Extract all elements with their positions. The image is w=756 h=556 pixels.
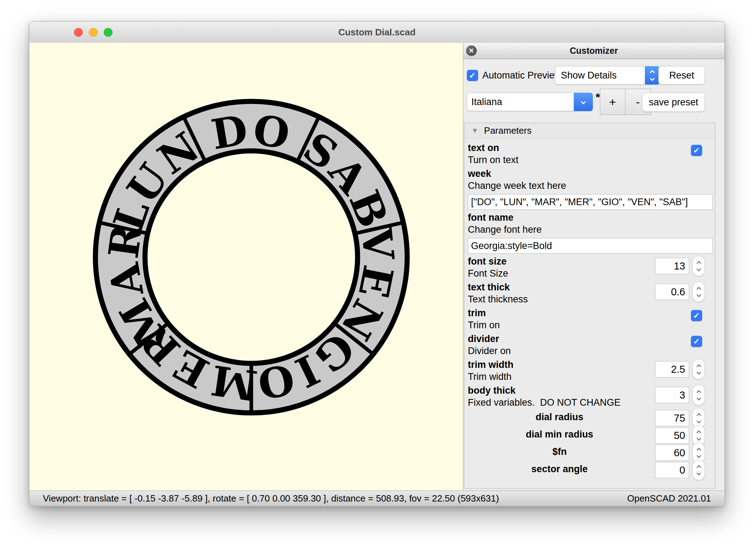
- openscad-window: Custom Dial.scad: [29, 21, 725, 506]
- spinner-up-icon: [697, 465, 701, 470]
- divider-checkbox[interactable]: ✓: [691, 336, 702, 347]
- spinner-down-icon: [697, 370, 701, 375]
- trim-width-input[interactable]: [655, 361, 689, 377]
- save-preset-button[interactable]: save preset: [642, 93, 705, 112]
- dial-min-radius-input[interactable]: [655, 427, 689, 444]
- spinner-up-icon: [697, 261, 701, 266]
- spinner-down-icon: [697, 396, 701, 400]
- customizer-controls-row2: Italiana * + - save preset: [467, 89, 721, 115]
- trim-width-spinner[interactable]: [692, 359, 705, 380]
- dial-label-mar: MAR: [99, 219, 174, 354]
- param-row-fn: $fn: [468, 443, 715, 461]
- preset-value: Italiana: [467, 97, 574, 108]
- spinner-up-icon: [697, 287, 701, 291]
- customizer-panel: × Customizer ✓ Automatic Preview Show De…: [463, 43, 724, 491]
- checkmark-icon: ✓: [693, 337, 700, 346]
- close-window-button[interactable]: [74, 28, 83, 37]
- param-name: $fn: [468, 443, 651, 461]
- text-thick-input[interactable]: [655, 284, 689, 300]
- chevron-up-icon: [650, 70, 655, 75]
- param-row-trim-width: trim width Trim width: [468, 359, 715, 383]
- zoom-window-button[interactable]: [104, 28, 113, 37]
- param-description: Trim width: [468, 371, 655, 383]
- param-row-dial-min-radius: dial min radius: [468, 426, 715, 443]
- customizer-title: Customizer: [463, 43, 724, 59]
- preset-combobox[interactable]: Italiana: [467, 93, 593, 111]
- param-name: text on: [468, 142, 655, 154]
- window-title: Custom Dial.scad: [29, 22, 724, 43]
- param-row-divider: divider Divider on ✓: [468, 333, 715, 357]
- dial-radius-input[interactable]: [655, 410, 689, 426]
- param-name: dial min radius: [468, 426, 651, 443]
- param-row-week: week Change week text here: [468, 168, 715, 192]
- spinner-down-icon: [697, 453, 701, 458]
- param-row-text-thick: text thick Text thickness: [468, 281, 715, 305]
- param-name: dial radius: [468, 409, 651, 426]
- spinner-down-icon: [697, 471, 701, 475]
- parameters-list: text on Turn on text ✓ week Change week …: [464, 138, 715, 488]
- details-dropdown[interactable]: Show Details: [555, 66, 660, 85]
- sector-angle-input[interactable]: [655, 462, 689, 478]
- week-text-input[interactable]: [468, 194, 713, 210]
- parameters-header[interactable]: ▼ Parameters: [464, 123, 715, 138]
- spinner-down-icon: [697, 267, 701, 271]
- checkmark-icon: ✓: [693, 146, 700, 155]
- param-name: week: [468, 168, 655, 180]
- param-description: Change week text here: [468, 180, 655, 192]
- fn-input[interactable]: [655, 445, 689, 461]
- param-name: body thick: [468, 384, 655, 396]
- param-row-sector-angle: sector angle: [468, 461, 715, 478]
- spinner-up-icon: [697, 448, 701, 452]
- automatic-preview-label: Automatic Preview: [482, 70, 562, 81]
- body-thick-spinner[interactable]: [692, 385, 705, 405]
- chevron-down-icon: [581, 99, 586, 104]
- status-bar: Viewport: translate = [ -0.15 -3.87 -5.8…: [29, 491, 724, 506]
- spinner-up-icon: [697, 364, 701, 369]
- param-row-font-name: font name Change font here: [468, 212, 715, 236]
- combobox-arrow-button[interactable]: [574, 93, 593, 111]
- font-name-input[interactable]: [468, 238, 713, 254]
- param-row-body-thick: body thick Fixed variables. DO NOT CHANG…: [468, 384, 715, 409]
- parameters-title: Parameters: [484, 125, 532, 136]
- dial-preview-svg: DO SAB VEN GIO MER MAR LUN: [85, 91, 418, 423]
- window-titlebar[interactable]: Custom Dial.scad: [29, 22, 724, 43]
- param-description: Text thickness: [468, 293, 655, 305]
- automatic-preview-checkbox[interactable]: ✓: [467, 70, 478, 81]
- text-thick-spinner[interactable]: [692, 282, 705, 302]
- add-preset-button[interactable]: +: [600, 89, 625, 115]
- viewport-status-text: Viewport: translate = [ -0.15 -3.87 -5.8…: [43, 493, 499, 504]
- customizer-header: × Customizer: [463, 43, 724, 59]
- chevron-down-icon: [650, 76, 655, 81]
- spinner-up-icon: [697, 413, 701, 418]
- param-description: Divider on: [468, 345, 655, 357]
- sector-angle-spinner[interactable]: [692, 460, 705, 480]
- trim-checkbox[interactable]: ✓: [691, 310, 702, 321]
- font-size-spinner[interactable]: [692, 256, 705, 276]
- reset-button[interactable]: Reset: [658, 66, 705, 85]
- param-name: divider: [468, 333, 655, 345]
- param-name: trim width: [468, 359, 655, 371]
- app-version-text: OpenSCAD 2021.01: [627, 493, 711, 504]
- body-thick-input[interactable]: [655, 387, 689, 403]
- svg-text:MAR: MAR: [99, 219, 174, 354]
- checkmark-icon: ✓: [469, 71, 476, 80]
- customizer-controls-row1: ✓ Automatic Preview Show Details Reset: [467, 66, 721, 85]
- param-row-dial-radius: dial radius: [468, 409, 715, 426]
- 3d-viewport[interactable]: DO SAB VEN GIO MER MAR LUN: [29, 43, 463, 491]
- font-size-input[interactable]: [655, 258, 689, 274]
- param-description: Change font here: [468, 224, 655, 236]
- svg-text:VEN: VEN: [331, 225, 403, 349]
- param-name: sector angle: [468, 461, 651, 478]
- spinner-up-icon: [697, 430, 701, 435]
- parameters-groupbox: ▼ Parameters text on Turn on text ✓ wee: [464, 123, 715, 488]
- main-content: DO SAB VEN GIO MER MAR LUN × Customizer: [29, 43, 724, 491]
- preset-modified-indicator: *: [596, 91, 600, 104]
- details-dropdown-value: Show Details: [555, 70, 645, 81]
- param-description: Turn on text: [468, 154, 655, 166]
- traffic-lights: [74, 22, 113, 43]
- text-on-checkbox[interactable]: ✓: [691, 145, 702, 156]
- param-description: Trim on: [468, 319, 655, 331]
- param-row-font-size: font size Font Size: [468, 255, 715, 279]
- minimize-window-button[interactable]: [89, 28, 98, 37]
- param-description: Fixed variables. DO NOT CHANGE: [468, 396, 655, 409]
